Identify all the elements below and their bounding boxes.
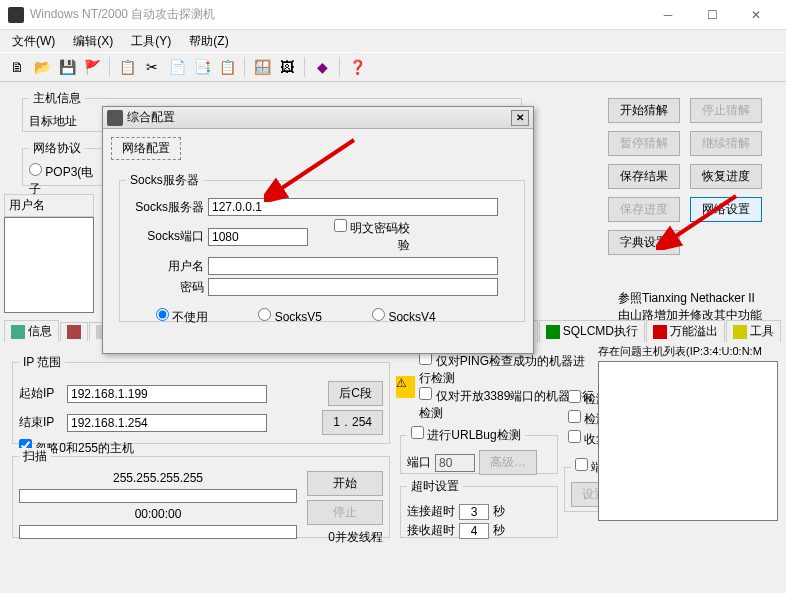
menu-file[interactable]: 文件(W) [4, 31, 63, 52]
dialog-title-text: 综合配置 [127, 109, 511, 126]
toolbar: 🗎 📂 💾 🚩 📋 ✂ 📄 📑 📋 🪟 🖼 ◆ ❓ [0, 52, 786, 82]
socks-user-input[interactable] [208, 257, 498, 275]
dialog-close-button[interactable]: ✕ [511, 110, 529, 126]
socks-port-input[interactable] [208, 228, 308, 246]
help-icon[interactable]: ❓ [346, 56, 368, 78]
scan-legend: 扫描 [19, 448, 51, 465]
check-netbios-checkbox[interactable] [568, 430, 581, 443]
warning-icon: ⚠ [396, 376, 415, 398]
paste-icon[interactable]: 📄 [166, 56, 188, 78]
config-dialog: 综合配置 ✕ 网络配置 Socks服务器 Socks服务器 Socks端口 明文… [102, 106, 534, 354]
ping-only-label[interactable]: 仅对PING检查成功的机器进行检测 [419, 354, 585, 385]
pop3-radio[interactable] [29, 163, 42, 176]
save-icon[interactable]: 💾 [56, 56, 78, 78]
plain-password-checkbox[interactable] [334, 219, 347, 232]
urlbug-checkbox[interactable] [411, 426, 424, 439]
check-4899-checkbox[interactable] [568, 410, 581, 423]
save-progress-button[interactable]: 保存进度 [608, 197, 680, 222]
maximize-button[interactable]: ☐ [690, 1, 734, 29]
scan-start-button[interactable]: 开始 [307, 471, 383, 496]
url-advanced-button[interactable]: 高级… [479, 450, 537, 475]
resume-crack-button[interactable]: 继续猜解 [690, 131, 762, 156]
copy-icon[interactable]: 📋 [116, 56, 138, 78]
tab-sqlcmd[interactable]: SQLCMD执行 [539, 320, 645, 342]
radio-v5-label[interactable]: SocksV5 [258, 308, 322, 326]
net-settings-button[interactable]: 网络设置 [690, 197, 762, 222]
app-icon [8, 7, 24, 23]
duplicate-icon[interactable]: 📑 [191, 56, 213, 78]
socks-server-input[interactable] [208, 198, 498, 216]
tab-info[interactable]: 信息 [4, 320, 59, 342]
user-list-box[interactable] [4, 217, 94, 313]
tab-overflow[interactable]: 万能溢出 [646, 320, 725, 342]
problem-host-listbox[interactable] [598, 361, 778, 521]
end-ip-input[interactable] [67, 414, 267, 432]
new-icon[interactable]: 🗎 [6, 56, 28, 78]
radio-v4-label[interactable]: SocksV4 [372, 308, 436, 326]
port-scan-checkbox[interactable] [575, 458, 588, 471]
open-icon[interactable]: 📂 [31, 56, 53, 78]
reference-text: 参照Tianxing Nethacker II 由山路增加并修改其中功能 [618, 290, 762, 324]
dict-settings-button[interactable]: 字典设置 [608, 230, 680, 255]
close-button[interactable]: ✕ [734, 1, 778, 29]
pause-crack-button[interactable]: 暂停猜解 [608, 131, 680, 156]
net-proto-legend: 网络协议 [29, 140, 85, 157]
scan-ip-display: 255.255.255.255 [19, 471, 297, 485]
window-icon[interactable]: 🪟 [251, 56, 273, 78]
threads-label: 0并发线程 [307, 529, 383, 546]
stop-crack-button[interactable]: 停止猜解 [690, 98, 762, 123]
recv-timeout-label: 接收超时 [407, 522, 455, 539]
url-port-label: 端口 [407, 454, 431, 471]
scan-group: 扫描 255.255.255.255 00:00:00 开始 停止 0并发线程 [12, 448, 390, 538]
flag-icon[interactable]: 🚩 [81, 56, 103, 78]
urlbug-legend[interactable]: 进行URLBug检测 [407, 426, 525, 444]
radio-socksv4[interactable] [372, 308, 385, 321]
scan-stop-button[interactable]: 停止 [307, 500, 383, 525]
radio-none-label[interactable]: 不使用 [156, 308, 208, 326]
book-icon[interactable]: ◆ [311, 56, 333, 78]
conn-timeout-spinner[interactable]: 3 [459, 504, 489, 520]
plain-check-label[interactable]: 明文密码校验 [332, 219, 410, 254]
socks-legend: Socks服务器 [126, 172, 203, 189]
urlbug-group: 进行URLBug检测 端口 高级… [400, 426, 558, 474]
tab-tools[interactable]: 工具 [726, 320, 781, 342]
net-proto-group: 网络协议 POP3(电子 [22, 140, 106, 186]
main-area: 主机信息 目标地址 网络协议 POP3(电子 用户名 开始猜解 停止猜解 暂停猜… [0, 82, 786, 593]
socks-port-label: Socks端口 [126, 228, 204, 245]
tab-2[interactable] [60, 322, 88, 341]
radio-none[interactable] [156, 308, 169, 321]
socks-user-label: 用户名 [126, 258, 204, 275]
picture-icon[interactable]: 🖼 [276, 56, 298, 78]
timeout-legend: 超时设置 [407, 478, 463, 495]
check-3389-checkbox[interactable] [568, 390, 581, 403]
user-list-header[interactable]: 用户名 [4, 194, 94, 217]
minimize-button[interactable]: ─ [646, 1, 690, 29]
cut-icon[interactable]: ✂ [141, 56, 163, 78]
dialog-titlebar[interactable]: 综合配置 ✕ [103, 107, 533, 129]
url-port-input [435, 454, 475, 472]
restore-progress-button[interactable]: 恢复进度 [690, 164, 762, 189]
socks-pass-input[interactable] [208, 278, 498, 296]
ip-range-group: IP 范围 起始IP 后C段 结束IP 1．254 忽略0和255的主机 [12, 354, 390, 444]
menu-edit[interactable]: 编辑(X) [65, 31, 121, 52]
hou-c-button[interactable]: 后C段 [328, 381, 383, 406]
tools-icon [733, 325, 747, 339]
socks-pass-label: 密码 [126, 279, 204, 296]
save-result-button[interactable]: 保存结果 [608, 164, 680, 189]
radio-socksv5[interactable] [258, 308, 271, 321]
start-crack-button[interactable]: 开始猜解 [608, 98, 680, 123]
net-config-tab[interactable]: 网络配置 [111, 137, 181, 160]
menu-help[interactable]: 帮助(Z) [181, 31, 236, 52]
start-ip-input[interactable] [67, 385, 267, 403]
scan-progress-bar [19, 489, 297, 503]
clipboard-icon[interactable]: 📋 [216, 56, 238, 78]
start-ip-label: 起始IP [19, 385, 63, 402]
ip-range-legend: IP 范围 [19, 354, 65, 371]
one254-button[interactable]: 1．254 [322, 410, 383, 435]
dialog-icon [107, 110, 123, 126]
problem-host-panel: 存在问题主机列表(IP:3:4:U:0:N:M [598, 344, 778, 521]
menu-tool[interactable]: 工具(Y) [123, 31, 179, 52]
port3389-only-checkbox[interactable] [419, 387, 432, 400]
recv-timeout-spinner[interactable]: 4 [459, 523, 489, 539]
pop3-radio-label[interactable]: POP3(电子 [29, 165, 93, 196]
